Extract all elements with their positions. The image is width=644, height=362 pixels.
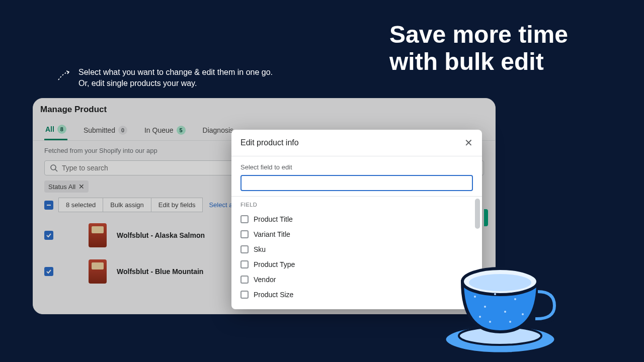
modal-field-label: Select field to edit bbox=[240, 163, 473, 171]
product-thumb bbox=[89, 259, 107, 284]
svg-point-9 bbox=[494, 293, 496, 295]
tab-all-count: 8 bbox=[57, 125, 66, 134]
tab-diagnosis[interactable]: Diagnosis bbox=[202, 121, 234, 140]
headline-line1: Save more time bbox=[389, 21, 568, 48]
svg-point-6 bbox=[469, 274, 531, 291]
tab-queue-label: In Queue bbox=[144, 126, 174, 134]
svg-point-8 bbox=[484, 306, 486, 308]
scrollbar[interactable] bbox=[475, 199, 480, 229]
lead-block: Select what you want to change & edit th… bbox=[56, 67, 273, 88]
window-title: Manage Product bbox=[33, 99, 495, 119]
arrow-icon bbox=[56, 69, 70, 83]
teacup-illustration bbox=[440, 246, 571, 357]
svg-point-10 bbox=[504, 311, 506, 313]
svg-point-14 bbox=[489, 321, 491, 323]
lead-line1: Select what you want to change & edit th… bbox=[78, 67, 273, 78]
close-icon[interactable]: ✕ bbox=[78, 183, 85, 191]
checkbox-icon bbox=[240, 260, 249, 268]
option-label: Sku bbox=[254, 245, 266, 253]
panel-edge bbox=[484, 209, 488, 226]
checkbox-icon bbox=[240, 291, 249, 299]
option-sku[interactable]: Sku bbox=[240, 242, 473, 257]
svg-point-0 bbox=[51, 165, 56, 170]
select-all-checkbox[interactable] bbox=[44, 201, 53, 210]
tab-queue-count: 5 bbox=[177, 126, 186, 135]
option-label: Variant Title bbox=[254, 230, 290, 238]
modal-title: Edit product info bbox=[240, 138, 299, 147]
checkbox-icon bbox=[240, 276, 249, 284]
close-icon[interactable]: ✕ bbox=[464, 137, 473, 149]
option-label: Product Size bbox=[254, 291, 293, 299]
option-label: Product Title bbox=[254, 215, 293, 223]
selected-count: 8 selected bbox=[58, 198, 103, 212]
product-title: Wolfsblut - Blue Mountain bbox=[117, 267, 203, 276]
svg-point-13 bbox=[479, 316, 481, 318]
search-icon bbox=[50, 164, 58, 172]
svg-point-15 bbox=[509, 321, 511, 323]
svg-point-12 bbox=[522, 313, 524, 315]
option-product-size[interactable]: Product Size bbox=[240, 287, 473, 302]
headline: Save more time with bulk edit bbox=[389, 21, 568, 75]
field-select-input[interactable] bbox=[240, 175, 473, 191]
product-thumb bbox=[89, 223, 107, 247]
product-title: Wolfsblut - Alaska Salmon bbox=[117, 231, 205, 239]
checkbox-icon bbox=[240, 230, 249, 238]
svg-point-7 bbox=[474, 296, 476, 298]
option-label: Product Type bbox=[254, 260, 295, 268]
tab-submitted-label: Submitted bbox=[84, 126, 115, 134]
tab-diagnosis-label: Diagnosis bbox=[203, 126, 233, 134]
tab-all[interactable]: All 8 bbox=[44, 121, 67, 140]
headline-line2: with bulk edit bbox=[389, 48, 568, 75]
filter-chip-label: Status All bbox=[48, 183, 75, 191]
svg-line-1 bbox=[55, 169, 57, 171]
lead-line2: Or, edit single products your way. bbox=[78, 78, 273, 89]
svg-point-11 bbox=[514, 298, 516, 300]
option-product-type[interactable]: Product Type bbox=[240, 257, 473, 272]
option-vendor[interactable]: Vendor bbox=[240, 272, 473, 287]
tab-all-label: All bbox=[45, 125, 54, 133]
tab-submitted[interactable]: Submitted 0 bbox=[83, 121, 128, 140]
row-checkbox[interactable] bbox=[44, 231, 53, 240]
tab-queue[interactable]: In Queue 5 bbox=[143, 121, 187, 140]
svg-rect-2 bbox=[47, 205, 51, 206]
bulk-assign-button[interactable]: Bulk assign bbox=[103, 198, 151, 212]
checkbox-icon bbox=[240, 215, 249, 223]
option-product-title[interactable]: Product Title bbox=[240, 212, 473, 227]
edit-by-fields-button[interactable]: Edit by fields bbox=[151, 198, 203, 212]
tab-submitted-count: 0 bbox=[118, 126, 127, 135]
row-checkbox[interactable] bbox=[44, 267, 53, 276]
checkbox-icon bbox=[240, 245, 249, 253]
filter-chip-status[interactable]: Status All ✕ bbox=[44, 180, 89, 193]
option-label: Vendor bbox=[254, 276, 276, 284]
dropdown-section-header: FIELD bbox=[240, 202, 473, 208]
option-variant-title[interactable]: Variant Title bbox=[240, 227, 473, 242]
